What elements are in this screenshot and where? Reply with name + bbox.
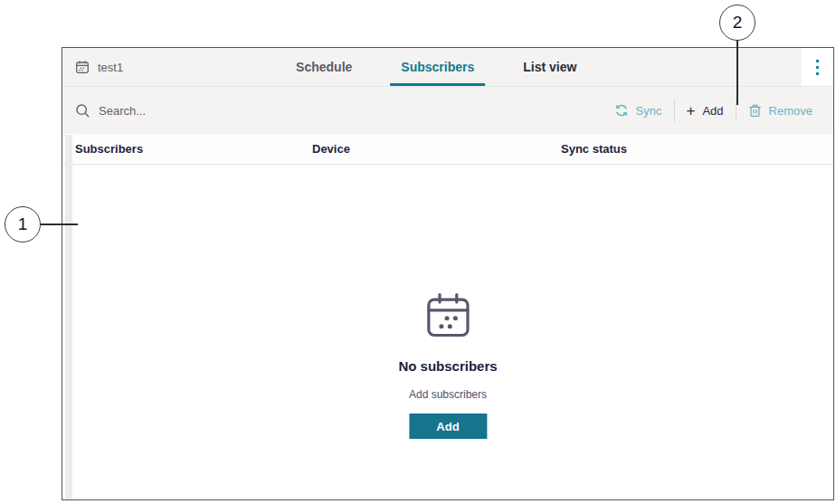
- window-title-group: test1: [62, 60, 123, 74]
- add-label: Add: [702, 104, 723, 118]
- callout-2-line: [736, 41, 738, 105]
- column-header-device: Device: [312, 142, 561, 156]
- table-header: Subscribers Device Sync status: [62, 134, 833, 165]
- title-tab-bar: test1 Schedule Subscribers List view: [62, 48, 833, 87]
- callout-1-line: [41, 223, 78, 225]
- empty-state: No subscribers Add subscribers Add: [398, 288, 497, 439]
- search-box: [75, 103, 603, 119]
- column-header-sync-status: Sync status: [561, 142, 833, 156]
- sync-button[interactable]: Sync: [603, 98, 674, 123]
- search-icon: [75, 103, 90, 119]
- tab-list-view[interactable]: List view: [519, 48, 580, 86]
- refresh-icon: [614, 103, 629, 118]
- plus-icon: +: [687, 103, 696, 119]
- empty-state-add-button[interactable]: Add: [409, 414, 487, 439]
- toolbar-actions: Sync + Add Remove: [603, 98, 824, 123]
- search-input[interactable]: [99, 104, 370, 118]
- tab-schedule[interactable]: Schedule: [292, 48, 356, 86]
- table-body: No subscribers Add subscribers Add: [62, 165, 833, 499]
- remove-button[interactable]: Remove: [736, 98, 824, 123]
- empty-state-subtitle: Add subscribers: [409, 388, 487, 401]
- sync-label: Sync: [636, 104, 662, 118]
- column-header-subscribers: Subscribers: [62, 142, 312, 156]
- add-button[interactable]: + Add: [675, 98, 736, 123]
- calendar-icon: [75, 60, 90, 74]
- window-title: test1: [98, 61, 123, 74]
- callout-2-marker: 2: [719, 5, 755, 41]
- left-edge-strip: [65, 135, 72, 499]
- tab-subscribers[interactable]: Subscribers: [397, 48, 478, 86]
- trash-icon: [748, 103, 762, 118]
- calendar-icon: [421, 288, 475, 342]
- toolbar-row: Sync + Add Remove: [62, 87, 833, 134]
- overflow-menu-button[interactable]: [802, 48, 833, 86]
- kebab-menu-icon: [816, 60, 819, 75]
- remove-label: Remove: [769, 104, 812, 118]
- callout-1-marker: 1: [5, 206, 41, 242]
- empty-state-title: No subscribers: [398, 358, 497, 374]
- app-window: test1 Schedule Subscribers List view: [62, 47, 834, 500]
- tab-bar: Schedule Subscribers List view: [292, 48, 580, 86]
